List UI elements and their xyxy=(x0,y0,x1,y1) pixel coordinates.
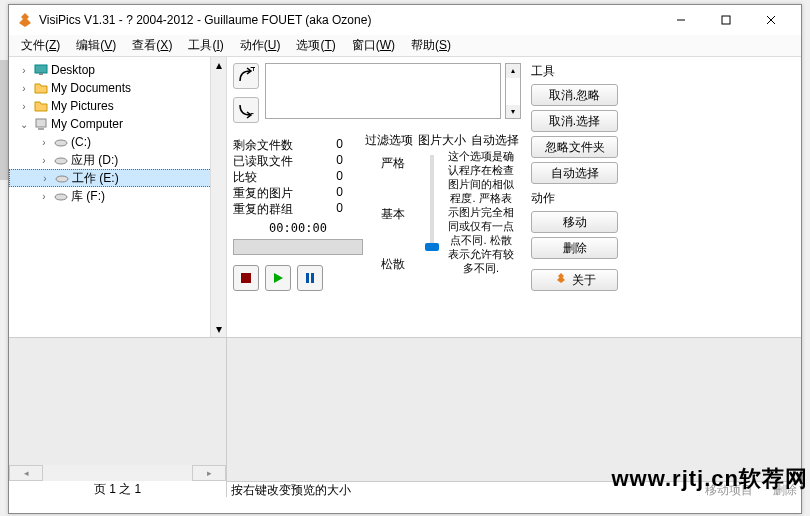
computer-icon xyxy=(33,116,49,132)
tree-node-drive-c[interactable]: › (C:) xyxy=(9,133,226,151)
expand-icon[interactable]: › xyxy=(37,137,51,148)
menu-view[interactable]: 查看(X) xyxy=(124,35,180,56)
timer-display: 00:00:00 xyxy=(233,221,363,235)
filter-title: 过滤选项 xyxy=(363,132,415,149)
folder-icon xyxy=(33,80,49,96)
menubar: 文件(Z) 编辑(V) 查看(X) 工具(I) 动作(U) 选项(T) 窗口(W… xyxy=(9,35,801,57)
progress-bar xyxy=(233,239,363,255)
svg-text:-: - xyxy=(250,106,254,119)
expand-icon[interactable]: › xyxy=(38,173,52,184)
actions-pane: 工具 取消.忽略 取消.选择 忽略文件夹 自动选择 动作 移动 删除 关于 xyxy=(527,57,622,337)
preview-left-panel: ◂ ▸ 页 1 之 1 xyxy=(9,338,227,497)
loose-label: 松散 xyxy=(363,256,423,273)
svg-rect-6 xyxy=(36,119,46,127)
auto-select-label: 自动选择 xyxy=(469,132,521,149)
drive-icon xyxy=(53,152,69,168)
expand-icon[interactable]: › xyxy=(37,155,51,166)
scroll-up-button[interactable]: ▴ xyxy=(211,57,226,73)
menu-tools[interactable]: 工具(I) xyxy=(180,35,231,56)
remove-folder-button[interactable]: - xyxy=(233,97,259,123)
tree-node-drive-e[interactable]: › 工作 (E:) xyxy=(9,169,226,187)
expand-icon[interactable]: › xyxy=(37,191,51,202)
delete-button[interactable]: 删除 xyxy=(531,237,618,259)
pause-button[interactable] xyxy=(297,265,323,291)
tree-node-desktop[interactable]: › Desktop xyxy=(9,61,226,79)
list-scroll[interactable]: ▴ ▾ xyxy=(505,63,521,119)
about-label: 关于 xyxy=(572,272,596,289)
pic-size-label: 图片大小 xyxy=(416,132,468,149)
menu-file[interactable]: 文件(Z) xyxy=(13,35,68,56)
collapse-icon[interactable]: ⌄ xyxy=(17,119,31,130)
svg-rect-16 xyxy=(306,273,309,283)
menu-options[interactable]: 选项(T) xyxy=(288,35,343,56)
menu-help[interactable]: 帮助(S) xyxy=(403,35,459,56)
svg-marker-15 xyxy=(274,273,283,283)
tree-node-mydocuments[interactable]: › My Documents xyxy=(9,79,226,97)
content-area: › Desktop › My Documents › My Pictures ⌄ xyxy=(9,57,801,337)
ignore-folder-button[interactable]: 忽略文件夹 xyxy=(531,136,618,158)
stat-read-value: 0 xyxy=(313,153,343,169)
stats-block: 剩余文件数0 已读取文件0 比较0 重复的图片0 重复的群组0 00:00:00 xyxy=(233,137,363,291)
desktop-icon xyxy=(33,62,49,78)
stat-compare-label: 比较 xyxy=(233,169,313,185)
expand-icon[interactable]: › xyxy=(17,65,31,76)
tree-node-mycomputer[interactable]: ⌄ My Computer xyxy=(9,115,226,133)
scroll-right-button[interactable]: ▸ xyxy=(192,465,226,481)
menu-actions[interactable]: 动作(U) xyxy=(232,35,289,56)
tree-label: 应用 (D:) xyxy=(71,152,118,169)
list-down-button[interactable]: ▾ xyxy=(506,105,520,119)
add-folder-button[interactable]: + xyxy=(233,63,259,89)
main-window: VisiPics V1.31 - ? 2004-2012 - Guillaume… xyxy=(8,4,802,514)
stop-button[interactable] xyxy=(233,265,259,291)
tree-node-drive-f[interactable]: › 库 (F:) xyxy=(9,187,226,205)
svg-point-9 xyxy=(55,158,67,164)
stat-group-label: 重复的群组 xyxy=(233,201,313,217)
preview-hscroll[interactable]: ◂ ▸ xyxy=(9,465,226,481)
stat-group-value: 0 xyxy=(313,201,343,217)
list-up-button[interactable]: ▴ xyxy=(506,64,520,78)
about-button[interactable]: 关于 xyxy=(531,269,618,291)
tree-label: My Documents xyxy=(51,81,131,95)
stat-dup-label: 重复的图片 xyxy=(233,185,313,201)
cancel-select-button[interactable]: 取消.选择 xyxy=(531,110,618,132)
close-button[interactable] xyxy=(748,6,793,34)
preview-right-panel: 按右键改变预览的大小 移动项目 删除 xyxy=(227,338,801,497)
slider-thumb[interactable] xyxy=(425,243,439,251)
auto-select-button[interactable]: 自动选择 xyxy=(531,162,618,184)
actions-heading: 动作 xyxy=(531,190,618,207)
move-button[interactable]: 移动 xyxy=(531,211,618,233)
preview-pane: ◂ ▸ 页 1 之 1 按右键改变预览的大小 移动项目 删除 xyxy=(9,337,801,497)
expand-icon[interactable]: › xyxy=(17,101,31,112)
tree-node-drive-d[interactable]: › 应用 (D:) xyxy=(9,151,226,169)
tree-label: 库 (F:) xyxy=(71,188,105,205)
menu-edit[interactable]: 编辑(V) xyxy=(68,35,124,56)
control-pane: + - ▴ ▾ 剩余文件数0 已读取文件0 比较0 xyxy=(227,57,527,337)
strictness-labels: 严格 基本 松散 xyxy=(363,149,423,279)
svg-text:+: + xyxy=(250,67,255,75)
folder-tree-pane: › Desktop › My Documents › My Pictures ⌄ xyxy=(9,57,227,337)
stat-remaining-value: 0 xyxy=(313,137,343,153)
svg-point-8 xyxy=(55,140,67,146)
tree-scrollbar[interactable]: ▴ ▾ xyxy=(210,57,226,337)
scroll-track[interactable] xyxy=(211,73,226,321)
play-button[interactable] xyxy=(265,265,291,291)
maximize-button[interactable] xyxy=(703,6,748,34)
stat-dup-value: 0 xyxy=(313,185,343,201)
svg-rect-17 xyxy=(311,273,314,283)
strictness-slider[interactable] xyxy=(430,155,434,249)
minimize-button[interactable] xyxy=(658,6,703,34)
expand-icon[interactable]: › xyxy=(17,83,31,94)
scroll-left-button[interactable]: ◂ xyxy=(9,465,43,481)
selected-folders-list[interactable] xyxy=(265,63,501,119)
scroll-down-button[interactable]: ▾ xyxy=(211,321,226,337)
menu-window[interactable]: 窗口(W) xyxy=(344,35,403,56)
drive-icon xyxy=(53,188,69,204)
tree-node-mypictures[interactable]: › My Pictures xyxy=(9,97,226,115)
cancel-ignore-button[interactable]: 取消.忽略 xyxy=(531,84,618,106)
strict-label: 严格 xyxy=(363,155,423,172)
tree-label: My Pictures xyxy=(51,99,114,113)
app-icon xyxy=(17,12,33,28)
fox-icon xyxy=(554,272,568,289)
drive-icon xyxy=(53,134,69,150)
tree-label: Desktop xyxy=(51,63,95,77)
